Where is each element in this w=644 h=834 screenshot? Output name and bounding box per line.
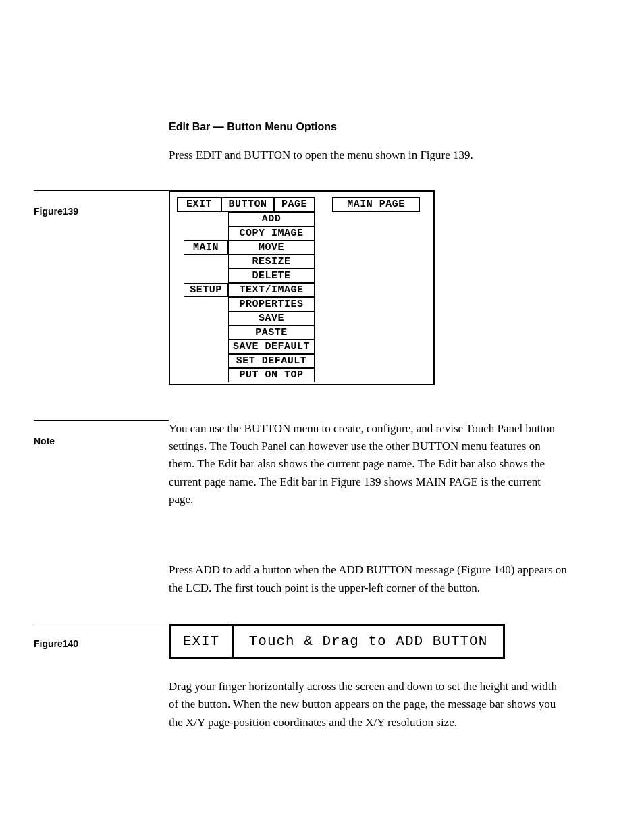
menu-item-add[interactable]: ADD <box>228 212 315 226</box>
section-title: Edit Bar — Button Menu Options <box>169 119 567 134</box>
side-main-button[interactable]: MAIN <box>184 240 228 255</box>
menu-item-set-default[interactable]: SET DEFAULT <box>228 354 315 368</box>
add-intro-text: Press ADD to add a button when the ADD B… <box>169 561 567 597</box>
menu-item-delete[interactable]: DELETE <box>228 269 315 283</box>
lcd-exit-button[interactable]: EXIT <box>171 626 234 657</box>
lcd-message: Touch & Drag to ADD BUTTON <box>234 626 503 657</box>
drag-text: Drag your finger horizontally across the… <box>169 678 567 731</box>
intro-text: Press EDIT and BUTTON to open the menu s… <box>169 147 567 164</box>
document-page: Edit Bar — Button Menu Options Press EDI… <box>0 0 644 834</box>
menu-button-button[interactable]: BUTTON <box>221 197 274 212</box>
menu-item-copy-image[interactable]: COPY IMAGE <box>228 226 315 240</box>
menu-item-move[interactable]: MOVE <box>228 240 315 255</box>
page-name-display: MAIN PAGE <box>332 197 420 212</box>
menu-item-properties[interactable]: PROPERTIES <box>228 297 315 311</box>
menu-item-put-on-top[interactable]: PUT ON TOP <box>228 368 315 382</box>
menu-item-paste[interactable]: PASTE <box>228 325 315 340</box>
figure139-panel: EXIT BUTTON PAGE MAIN PAGE MAIN SETUP AD… <box>169 190 435 385</box>
menu-exit-button[interactable]: EXIT <box>177 197 221 212</box>
figure1-caption: Figure139 <box>34 206 78 217</box>
note-label: Note <box>34 436 55 446</box>
menu-page-button[interactable]: PAGE <box>274 197 315 212</box>
menu-item-text-image[interactable]: TEXT/IMAGE <box>228 283 315 297</box>
figure140-panel: EXIT Touch & Drag to ADD BUTTON <box>169 624 505 659</box>
figure2-caption: Figure140 <box>34 638 78 649</box>
menu-item-save-default[interactable]: SAVE DEFAULT <box>228 340 315 354</box>
side-setup-button[interactable]: SETUP <box>184 283 228 297</box>
menu-item-save[interactable]: SAVE <box>228 311 315 325</box>
menu-item-resize[interactable]: RESIZE <box>228 255 315 269</box>
note-text: You can use the BUTTON menu to create, c… <box>169 420 567 509</box>
